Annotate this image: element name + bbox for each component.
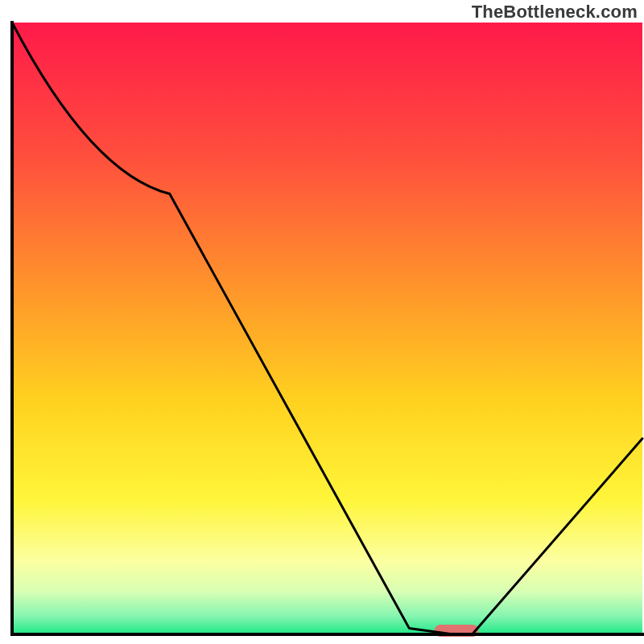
- gradient-background: [12, 23, 642, 634]
- plot-area: [12, 23, 642, 637]
- watermark-text: TheBottleneck.com: [472, 2, 638, 23]
- chart-container: TheBottleneck.com: [0, 0, 644, 644]
- bottleneck-chart: [0, 0, 644, 644]
